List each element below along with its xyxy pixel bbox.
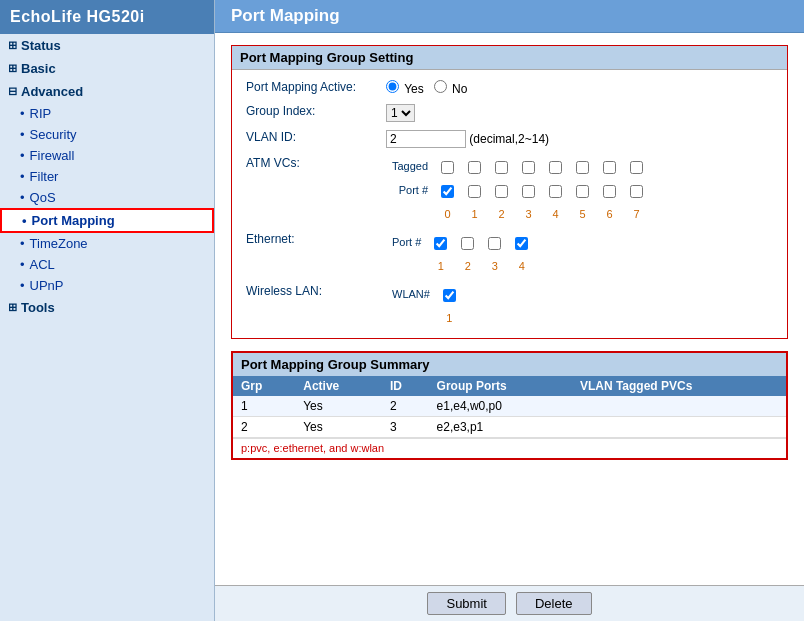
- wlan-col-numbers: 1: [386, 308, 463, 328]
- vlan-id-label: VLAN ID:: [240, 126, 380, 152]
- group-index-select[interactable]: 1 2 3: [386, 104, 415, 122]
- active-no-radio[interactable]: [434, 80, 447, 93]
- expand-icon-status: ⊞: [8, 39, 17, 52]
- eth-port-row: Port #: [386, 232, 535, 256]
- table-row: 2 Yes 3 e2,e3,p1: [233, 417, 786, 438]
- port-cb-1[interactable]: [468, 185, 481, 198]
- atm-row: ATM VCs: Tagged: [240, 152, 779, 228]
- vlan-id-value: (decimal,2~14): [380, 126, 779, 152]
- eth-cb-4[interactable]: [515, 237, 528, 250]
- row2-ports: e2,e3,p1: [429, 417, 572, 438]
- bottom-bar: Submit Delete: [215, 585, 804, 621]
- delete-button[interactable]: Delete: [516, 592, 592, 615]
- atm-label: ATM VCs:: [240, 152, 380, 228]
- wlan-cb-1[interactable]: [443, 289, 456, 302]
- port-cb-2[interactable]: [495, 185, 508, 198]
- row1-id: 2: [382, 396, 429, 417]
- sidebar: EchoLife HG520i ⊞ Status ⊞ Basic ⊟ Advan…: [0, 0, 215, 621]
- sidebar-item-upnp[interactable]: UPnP: [0, 275, 214, 296]
- sidebar-item-basic[interactable]: ⊞ Basic: [0, 57, 214, 80]
- submit-button[interactable]: Submit: [427, 592, 505, 615]
- tagged-cb-1[interactable]: [468, 161, 481, 174]
- eth-port-label: Port #: [386, 232, 427, 256]
- tagged-cb-2[interactable]: [495, 161, 508, 174]
- active-yes-radio[interactable]: [386, 80, 399, 93]
- wireless-label: Wireless LAN:: [240, 280, 380, 332]
- sidebar-item-advanced[interactable]: ⊟ Advanced: [0, 80, 214, 103]
- eth-col-numbers: 1 2 3 4: [386, 256, 535, 276]
- table-row: 1 Yes 2 e1,e4,w0,p0: [233, 396, 786, 417]
- summary-table: Grp Active ID Group Ports VLAN Tagged PV…: [233, 376, 786, 438]
- row2-active: Yes: [295, 417, 382, 438]
- group-index-label: Group Index:: [240, 100, 380, 126]
- content-area: Port Mapping Group Setting Port Mapping …: [215, 33, 804, 585]
- group-index-value: 1 2 3: [380, 100, 779, 126]
- tagged-cb-5[interactable]: [576, 161, 589, 174]
- col-pvcs: VLAN Tagged PVCs: [572, 376, 786, 396]
- port-cb-3[interactable]: [522, 185, 535, 198]
- expand-icon-tools: ⊞: [8, 301, 17, 314]
- sidebar-item-timezone[interactable]: TimeZone: [0, 233, 214, 254]
- main-content: Port Mapping Port Mapping Group Setting …: [215, 0, 804, 621]
- sidebar-title: EchoLife HG520i: [0, 0, 214, 34]
- eth-cb-3[interactable]: [488, 237, 501, 250]
- eth-cb-1[interactable]: [434, 237, 447, 250]
- port-cb-7[interactable]: [630, 185, 643, 198]
- col-active: Active: [295, 376, 382, 396]
- expand-icon-advanced: ⊟: [8, 85, 17, 98]
- expand-icon-basic: ⊞: [8, 62, 17, 75]
- eth-grid-table: Port # 1 2 3: [386, 232, 535, 276]
- summary-table-header-row: Grp Active ID Group Ports VLAN Tagged PV…: [233, 376, 786, 396]
- col-grp: Grp: [233, 376, 295, 396]
- tagged-cb-0[interactable]: [441, 161, 454, 174]
- sidebar-item-rip[interactable]: RIP: [0, 103, 214, 124]
- atm-tagged-row: Tagged: [386, 156, 650, 180]
- port-cb-5[interactable]: [576, 185, 589, 198]
- sidebar-item-acl[interactable]: ACL: [0, 254, 214, 275]
- port-cb-6[interactable]: [603, 185, 616, 198]
- wlan-port-row: WLAN#: [386, 284, 463, 308]
- ethernet-row: Ethernet: Port #: [240, 228, 779, 280]
- sidebar-item-security[interactable]: Security: [0, 124, 214, 145]
- active-value: Yes No: [380, 76, 779, 100]
- port-cb-0[interactable]: [441, 185, 454, 198]
- sidebar-item-status[interactable]: ⊞ Status: [0, 34, 214, 57]
- wireless-value: WLAN# 1: [380, 280, 779, 332]
- col-ports: Group Ports: [429, 376, 572, 396]
- atm-col-numbers: 0 1 2 3 4 5 6 7: [386, 204, 650, 224]
- atm-port-row: Port #: [386, 180, 650, 204]
- row2-id: 3: [382, 417, 429, 438]
- wireless-row: Wireless LAN: WLAN# 1: [240, 280, 779, 332]
- ethernet-value: Port # 1 2 3: [380, 228, 779, 280]
- tagged-cb-6[interactable]: [603, 161, 616, 174]
- row2-grp: 2: [233, 417, 295, 438]
- port-label: Port #: [386, 180, 434, 204]
- vlan-id-input[interactable]: [386, 130, 466, 148]
- active-row: Port Mapping Active: Yes No: [240, 76, 779, 100]
- tagged-cb-3[interactable]: [522, 161, 535, 174]
- sidebar-item-filter[interactable]: Filter: [0, 166, 214, 187]
- col-id: ID: [382, 376, 429, 396]
- eth-cb-2[interactable]: [461, 237, 474, 250]
- setting-form-table: Port Mapping Active: Yes No Group Index:: [240, 76, 779, 332]
- row2-pvcs: [572, 417, 786, 438]
- port-cb-4[interactable]: [549, 185, 562, 198]
- tagged-cb-7[interactable]: [630, 161, 643, 174]
- row1-ports: e1,e4,w0,p0: [429, 396, 572, 417]
- summary-section: Port Mapping Group Summary Grp Active ID…: [231, 351, 788, 460]
- sidebar-item-portmapping[interactable]: Port Mapping: [0, 208, 214, 233]
- tagged-cb-4[interactable]: [549, 161, 562, 174]
- sidebar-item-tools[interactable]: ⊞ Tools: [0, 296, 214, 319]
- sidebar-item-firewall[interactable]: Firewall: [0, 145, 214, 166]
- wlan-grid-table: WLAN# 1: [386, 284, 463, 328]
- summary-header: Port Mapping Group Summary: [233, 353, 786, 376]
- row1-active: Yes: [295, 396, 382, 417]
- active-label: Port Mapping Active:: [240, 76, 380, 100]
- setting-section: Port Mapping Group Setting Port Mapping …: [231, 45, 788, 339]
- ethernet-label: Ethernet:: [240, 228, 380, 280]
- page-title: Port Mapping: [215, 0, 804, 33]
- sidebar-item-qos[interactable]: QoS: [0, 187, 214, 208]
- row1-pvcs: [572, 396, 786, 417]
- legend-text: p:pvc, e:ethernet, and w:wlan: [233, 438, 786, 458]
- atm-value: Tagged: [380, 152, 779, 228]
